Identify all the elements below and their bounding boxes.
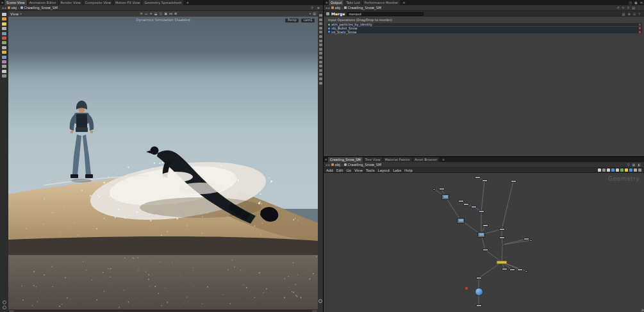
path-root-chip[interactable]: obj (8, 6, 17, 10)
menu-layout[interactable]: Layout (378, 168, 390, 172)
remove-input-button[interactable] (639, 24, 641, 26)
network-toolbar-icon[interactable] (634, 168, 637, 172)
shelf-tool-icon[interactable] (2, 37, 6, 40)
network-node[interactable] (477, 232, 485, 238)
tab-geometry-spreadsheet[interactable]: Geometry Spreadsheet (142, 0, 184, 5)
tab-material-palette[interactable]: Material Palette (383, 157, 413, 162)
pathbar-action-icon[interactable]: ⋮ (636, 5, 642, 10)
tab-asset-browser[interactable]: Asset Browser (413, 157, 440, 162)
network-node[interactable] (524, 238, 529, 240)
path-root-chip[interactable]: obj (331, 163, 340, 167)
menu-tools[interactable]: Tools (366, 168, 375, 172)
camera-select-button[interactable]: cam1 (301, 18, 315, 24)
nav-back-icon[interactable]: ◂ (2, 5, 4, 11)
shelf-tool-icon[interactable] (2, 70, 6, 73)
menu-help[interactable]: Help (404, 168, 413, 172)
shelf-tool-icon[interactable] (2, 60, 6, 63)
shelf-tool-icon[interactable] (2, 74, 6, 78)
menu-add[interactable]: Add (326, 168, 333, 172)
viewport-tool-icon[interactable]: ⟳ (140, 11, 143, 17)
parameter-header-icon[interactable]: ? (637, 12, 641, 17)
viewport-bottom-left-icon[interactable] (9, 310, 14, 312)
shelf-tool-icon[interactable] (2, 17, 6, 21)
network-toolbar-icon[interactable] (611, 168, 615, 172)
shelf-tool-icon[interactable] (2, 32, 6, 35)
network-toolbar-icon[interactable] (616, 168, 619, 172)
path-current-chip[interactable]: Crawling_Snow_SM (344, 6, 381, 10)
shelf-tool-icon[interactable] (2, 41, 6, 44)
shelf-tool-icon[interactable] (2, 46, 6, 49)
tab-output[interactable]: Output (329, 0, 344, 5)
pathbar-action-icon[interactable]: ▦ (631, 162, 637, 167)
network-error-badge[interactable] (465, 287, 468, 290)
parameter-header-icon[interactable]: ☷ (632, 12, 637, 17)
remove-input-button[interactable] (639, 31, 641, 33)
network-node[interactable] (433, 188, 436, 190)
tab-add-tab-button[interactable]: + (184, 0, 191, 5)
tab-add-tab-button[interactable]: + (440, 157, 447, 162)
display-option-icon[interactable] (319, 52, 322, 54)
parameter-header-icon[interactable]: ⚙ (626, 12, 631, 17)
network-toolbar-icon[interactable] (620, 168, 623, 172)
viewport-tool-icon[interactable]: ▭ (145, 11, 148, 17)
network-node[interactable] (509, 268, 515, 271)
tab-take-list[interactable]: Take List (344, 0, 362, 5)
viewport-help-icon[interactable] (318, 299, 322, 303)
tab-add-tab-button[interactable]: + (400, 0, 408, 5)
shelf-tool-icon[interactable] (2, 51, 6, 54)
path-root-chip[interactable]: obj (331, 6, 340, 10)
display-option-icon[interactable] (319, 82, 322, 85)
resize-handle-icon[interactable]: ◢ (641, 308, 643, 311)
tab-render-view[interactable]: Render View (59, 0, 83, 5)
shelf-help-icon[interactable] (3, 300, 6, 304)
camera-select-button[interactable]: Persp (285, 18, 299, 24)
display-option-icon[interactable] (319, 73, 322, 76)
tab-performance-monitor[interactable]: Performance Monitor (363, 0, 400, 5)
display-option-icon[interactable] (319, 40, 322, 42)
shelf-settings-icon[interactable] (3, 306, 6, 309)
view-menu[interactable]: View (10, 12, 19, 16)
window-layout-icon[interactable]: ▣ (633, 0, 639, 5)
shelf-tool-icon[interactable] (2, 13, 6, 16)
remove-input-button[interactable] (639, 27, 641, 29)
network-node-display[interactable] (475, 288, 483, 296)
network-toolbar-icon[interactable] (598, 168, 601, 172)
display-option-icon[interactable] (319, 69, 322, 72)
display-option-icon[interactable] (319, 31, 322, 33)
network-node[interactable] (529, 240, 533, 242)
shelf-tool-icon[interactable] (2, 22, 6, 26)
display-option-icon[interactable] (319, 22, 322, 25)
pathbar-action-icon[interactable]: ⚲ (626, 162, 631, 167)
network-toolbar-icon[interactable] (602, 168, 606, 172)
network-node[interactable] (479, 210, 484, 213)
display-option-icon[interactable] (319, 19, 322, 21)
network-node[interactable] (457, 218, 465, 224)
network-node[interactable] (475, 176, 481, 179)
network-node[interactable] (525, 270, 528, 272)
network-node[interactable] (499, 236, 505, 239)
display-option-icon[interactable] (319, 48, 322, 51)
network-node-selected[interactable] (497, 261, 507, 264)
network-node[interactable] (483, 249, 488, 251)
tab-scene-view[interactable]: Scene View (4, 0, 28, 5)
menu-view[interactable]: View (354, 168, 363, 172)
menu-go[interactable]: Go (346, 168, 351, 172)
network-node[interactable] (501, 244, 504, 246)
pin-icon[interactable]: ⚲ (310, 5, 315, 10)
display-option-icon[interactable] (319, 61, 322, 63)
display-option-icon[interactable] (319, 35, 322, 38)
node-name-field[interactable] (347, 12, 424, 16)
viewport-snap-icon[interactable]: ⌖ (309, 11, 311, 17)
network-node[interactable] (499, 228, 505, 231)
path-current-chip[interactable]: Crawling_Snow_SM (344, 163, 381, 167)
shelf-tool-icon[interactable] (2, 56, 6, 59)
pathbar-action-icon[interactable]: ▤ (631, 5, 636, 10)
pathbar-action-icon[interactable]: ↺ (615, 5, 620, 10)
menu-edit[interactable]: Edit (336, 168, 343, 172)
network-toolbar-icon[interactable] (625, 168, 628, 172)
display-option-icon[interactable] (319, 56, 322, 59)
viewport-3d[interactable]: Dynamics Simulation Disabled Perspcam1 (8, 17, 318, 309)
viewport-bottom-right-icon[interactable] (312, 310, 317, 312)
network-node[interactable] (482, 179, 488, 182)
tab-composite-view[interactable]: Composite View (83, 0, 113, 5)
